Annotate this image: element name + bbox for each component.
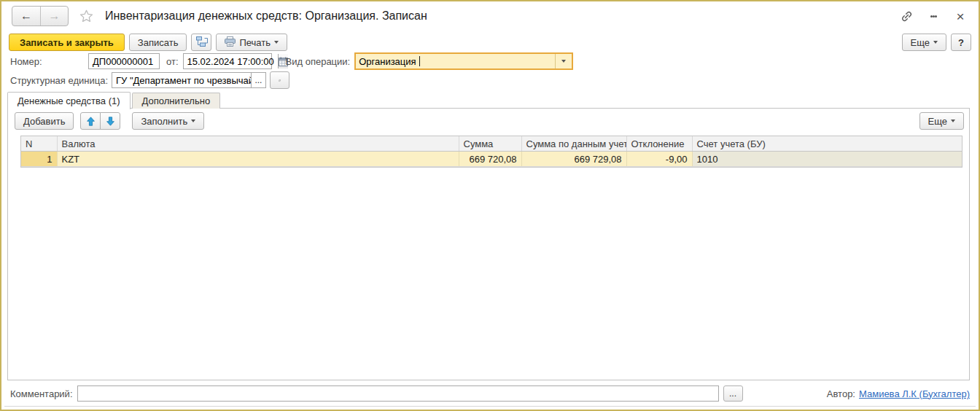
author-label: Автор:: [827, 388, 855, 399]
titlebar-actions: ×: [898, 8, 968, 24]
dropdown-button[interactable]: [555, 54, 572, 68]
postings-icon: [195, 36, 208, 49]
operation-label: Вид операции:: [286, 56, 351, 67]
cell-amount-accounting[interactable]: 669 729,08: [521, 152, 626, 167]
more-label: Еще: [928, 116, 947, 127]
cell-currency[interactable]: KZT: [57, 152, 459, 167]
save-and-close-button[interactable]: Записать и закрыть: [9, 34, 125, 51]
get-link-icon[interactable]: [898, 8, 914, 24]
tab-strip: Денежные средства (1) Дополнительно: [7, 92, 970, 109]
document-window: ← → Инвентаризация денежных средств: Орг…: [0, 0, 980, 411]
fill-label: Заполнить: [141, 116, 187, 127]
chevron-down-icon: [933, 41, 938, 44]
cell-deviation[interactable]: -9,00: [626, 152, 692, 167]
tab-panel: Добавить Заполнить: [7, 108, 970, 380]
favorite-star-icon[interactable]: [79, 9, 94, 24]
help-button[interactable]: ?: [951, 34, 971, 51]
col-header-n: N: [21, 136, 57, 152]
more-menu-icon[interactable]: [925, 8, 941, 24]
close-icon[interactable]: ×: [952, 8, 968, 24]
move-down-button[interactable]: [100, 112, 120, 130]
footer-bar: Комментарий: ... Автор: Мамиева Л.К (Бух…: [1, 385, 979, 402]
move-row-group: [80, 112, 120, 130]
titlebar: ← → Инвентаризация денежных средств: Орг…: [1, 1, 979, 31]
arrow-down-icon: [106, 117, 114, 126]
more-label: Еще: [911, 37, 930, 48]
back-button[interactable]: ←: [12, 7, 40, 26]
move-up-button[interactable]: [80, 112, 101, 130]
print-button[interactable]: Печать: [216, 34, 287, 51]
printer-icon: [225, 36, 236, 49]
structural-unit-value: ГУ "Департамент по чрезвычайным: [112, 75, 251, 86]
operation-combobox[interactable]: Организация: [354, 52, 573, 70]
currency-table: N Валюта Сумма Сумма по данным учета Отк…: [20, 136, 962, 168]
col-header-deviation: Отклонение: [626, 136, 692, 152]
header-field-row: Структурная единица: ГУ "Департамент по …: [1, 71, 979, 89]
show-postings-button[interactable]: [191, 34, 211, 51]
number-label: Номер:: [10, 56, 88, 67]
author-link[interactable]: Мамиева Л.К (Бухгалтер): [859, 388, 970, 399]
chevron-down-icon: [191, 120, 195, 122]
comment-choose-button[interactable]: ...: [723, 385, 743, 402]
operation-value: Организация: [356, 56, 419, 67]
more-button[interactable]: Еще: [902, 34, 946, 51]
tab-additional[interactable]: Дополнительно: [132, 93, 221, 109]
history-nav: ← →: [12, 6, 69, 26]
table-row: 1 KZT 669 720,08 669 729,08 -9,00 1010: [21, 152, 962, 167]
col-header-amount: Сумма: [459, 136, 521, 152]
col-header-amount-accounting: Сумма по данным учета: [521, 136, 626, 152]
cell-account[interactable]: 1010: [692, 152, 962, 167]
date-label: от:: [166, 56, 179, 67]
forward-icon: →: [49, 10, 61, 22]
table-toolbar: Добавить Заполнить: [8, 109, 969, 134]
structural-unit-field[interactable]: ГУ "Департамент по чрезвычайным ...: [112, 72, 266, 88]
cell-amount[interactable]: 669 720,08: [459, 152, 521, 167]
text-cursor: [419, 56, 420, 66]
fill-button[interactable]: Заполнить: [132, 112, 204, 130]
chevron-down-icon: [951, 120, 955, 122]
header-field-row: Номер: ДП000000001 от: 15.02.2024 17:00:…: [1, 52, 979, 70]
print-label: Печать: [239, 37, 271, 48]
number-field[interactable]: ДП000000001: [88, 53, 160, 69]
date-value: 15.02.2024 17:00:00: [184, 56, 278, 67]
author-block: Автор: Мамиева Л.К (Бухгалтер): [827, 388, 970, 399]
save-button[interactable]: Записать: [129, 34, 187, 51]
command-bar: Записать и закрыть Записать: [1, 32, 979, 52]
forward-button[interactable]: →: [40, 7, 68, 26]
col-header-account: Счет учета (БУ): [692, 136, 962, 152]
cell-n[interactable]: 1: [21, 152, 57, 167]
tab-cash-funds[interactable]: Денежные средства (1): [7, 92, 131, 109]
table-header-row: N Валюта Сумма Сумма по данным учета Отк…: [21, 136, 962, 152]
choose-button[interactable]: ...: [251, 73, 265, 87]
comment-field[interactable]: [77, 385, 719, 402]
date-field[interactable]: 15.02.2024 17:00:00: [183, 53, 272, 69]
back-icon: ←: [20, 10, 32, 22]
structural-unit-label: Структурная единица:: [10, 75, 108, 86]
chevron-down-icon: [561, 60, 566, 63]
open-in-window-icon: [279, 76, 281, 85]
open-button[interactable]: [270, 71, 289, 89]
col-header-currency: Валюта: [57, 136, 459, 152]
table-more-button[interactable]: Еще: [919, 112, 964, 130]
bottom-divider: [4, 406, 976, 407]
add-row-button[interactable]: Добавить: [15, 112, 74, 130]
arrow-up-icon: [87, 117, 95, 126]
chevron-down-icon: [274, 41, 279, 44]
page-title: Инвентаризация денежных средств: Организ…: [105, 9, 898, 23]
comment-label: Комментарий:: [10, 388, 73, 399]
